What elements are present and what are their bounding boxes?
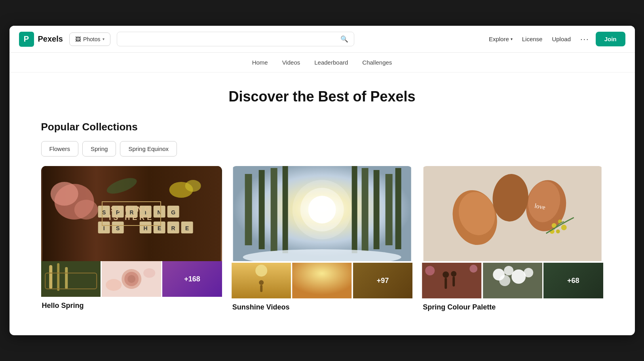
svg-point-79: [425, 266, 435, 275]
brand-name: Pexels: [38, 34, 63, 44]
svg-text:I: I: [103, 225, 104, 231]
svg-text:E: E: [157, 225, 161, 231]
svg-point-41: [106, 279, 122, 291]
main-content: Discover the Best of Pexels Popular Coll…: [9, 73, 635, 335]
svg-point-75: [443, 271, 449, 278]
svg-text:I: I: [144, 209, 146, 216]
collection-count-spring-colour: +68: [567, 277, 579, 285]
browser-frame: P Pexels 🖼 Photos ▾ 🔍 Explore ▾ License …: [9, 26, 635, 335]
svg-rect-78: [452, 277, 455, 287]
svg-rect-60: [260, 285, 262, 292]
search-bar: 🔍: [117, 32, 354, 46]
filter-tab-flowers[interactable]: Flowers: [41, 141, 79, 157]
svg-rect-14: [139, 206, 151, 218]
nav-upload[interactable]: Upload: [552, 36, 571, 42]
subnav-challenges[interactable]: Challenges: [362, 59, 392, 66]
collection-main-image-spring-colour: love: [422, 166, 603, 263]
svg-text:H: H: [143, 225, 147, 231]
svg-rect-46: [270, 168, 277, 251]
svg-point-59: [259, 280, 264, 285]
image-icon: 🖼: [75, 36, 81, 42]
sub-nav: Home Videos Leaderboard Challenges: [9, 53, 635, 73]
nav-license[interactable]: License: [522, 36, 543, 42]
collection-card-sunshine-videos[interactable]: +97 Sunshine Videos: [232, 166, 412, 311]
svg-point-58: [255, 265, 267, 277]
svg-rect-33: [49, 265, 52, 289]
logo-area: P Pexels: [19, 32, 63, 47]
svg-text:R: R: [171, 225, 175, 231]
svg-point-3: [50, 182, 78, 206]
more-options-button[interactable]: ···: [580, 34, 589, 44]
collection-card-spring-colour-palette[interactable]: love: [422, 166, 603, 311]
svg-rect-50: [373, 170, 379, 249]
collection-count-sunshine: +97: [377, 277, 389, 285]
svg-rect-76: [445, 278, 447, 289]
svg-point-42: [143, 268, 155, 278]
svg-point-80: [469, 265, 477, 273]
filter-tab-spring[interactable]: Spring: [82, 141, 116, 157]
page-title: Discover the Best of Pexels: [41, 88, 603, 105]
svg-point-77: [451, 271, 456, 277]
svg-point-56: [292, 180, 351, 239]
svg-point-40: [127, 275, 135, 283]
collection-count-hello-spring: +168: [184, 275, 200, 283]
popular-collections-title: Popular Collections: [41, 121, 603, 133]
collection-thumbs-hello-spring: +168: [41, 261, 222, 297]
svg-point-84: [511, 269, 526, 284]
svg-rect-61: [292, 263, 351, 298]
subnav-home[interactable]: Home: [252, 59, 268, 66]
chevron-down-icon: ▾: [103, 37, 104, 41]
search-icon: 🔍: [340, 35, 348, 43]
svg-point-6: [185, 180, 201, 192]
svg-text:R: R: [129, 209, 133, 216]
explore-chevron-icon: ▾: [511, 37, 513, 41]
svg-rect-12: [125, 206, 137, 218]
svg-rect-47: [282, 166, 288, 253]
collection-main-image-hello-spring: S P R I N G: [41, 166, 222, 261]
svg-rect-8: [98, 206, 110, 218]
subnav-videos[interactable]: Videos: [282, 59, 300, 66]
svg-rect-49: [361, 168, 368, 251]
collection-thumbs-spring-colour: +68: [422, 263, 603, 298]
svg-point-86: [499, 275, 510, 286]
svg-point-85: [524, 268, 533, 277]
thumb-white-blossom: [483, 263, 542, 298]
subnav-leaderboard[interactable]: Leaderboard: [314, 59, 348, 66]
main-nav: Explore ▾ License Upload ···: [489, 34, 589, 44]
svg-rect-10: [112, 206, 123, 218]
svg-rect-16: [153, 206, 165, 218]
svg-rect-34: [57, 263, 59, 291]
collection-name-sunshine-videos: Sunshine Videos: [232, 303, 412, 311]
search-input[interactable]: [123, 36, 337, 42]
svg-point-4: [74, 200, 98, 220]
collection-card-hello-spring[interactable]: S P R I N G: [41, 166, 222, 311]
filter-tabs: Flowers Spring Spring Equinox: [41, 141, 603, 157]
thumb-1: [41, 261, 101, 297]
thumb-golden-field: [232, 263, 291, 298]
svg-rect-45: [258, 170, 264, 249]
svg-rect-35: [65, 267, 68, 289]
svg-text:G: G: [171, 209, 175, 216]
header: P Pexels 🖼 Photos ▾ 🔍 Explore ▾ License …: [9, 26, 635, 53]
collection-name-hello-spring: Hello Spring: [41, 302, 222, 310]
thumb-5-count: +68: [543, 263, 603, 298]
collection-main-image-sunshine-videos: [232, 166, 412, 263]
svg-text:P: P: [116, 209, 119, 216]
thumb-2: [102, 261, 161, 297]
thumb-4-count: +97: [353, 263, 412, 298]
collections-grid: S P R I N G: [41, 166, 603, 311]
filter-tab-spring-equinox[interactable]: Spring Equinox: [120, 141, 177, 157]
svg-rect-44: [245, 174, 252, 245]
svg-point-72: [556, 229, 560, 233]
thumb-couple-park: [422, 263, 481, 298]
photos-label: Photos: [83, 36, 101, 42]
join-button[interactable]: Join: [596, 32, 625, 46]
photos-dropdown-button[interactable]: 🖼 Photos ▾: [69, 32, 111, 46]
nav-explore[interactable]: Explore ▾: [489, 36, 513, 42]
svg-text:N: N: [157, 209, 161, 216]
collection-thumbs-sunshine: +97: [232, 263, 412, 298]
svg-point-71: [561, 225, 567, 230]
svg-rect-51: [385, 174, 392, 245]
svg-rect-48: [351, 166, 357, 253]
collection-name-spring-colour-palette: Spring Colour Palette: [422, 303, 603, 311]
